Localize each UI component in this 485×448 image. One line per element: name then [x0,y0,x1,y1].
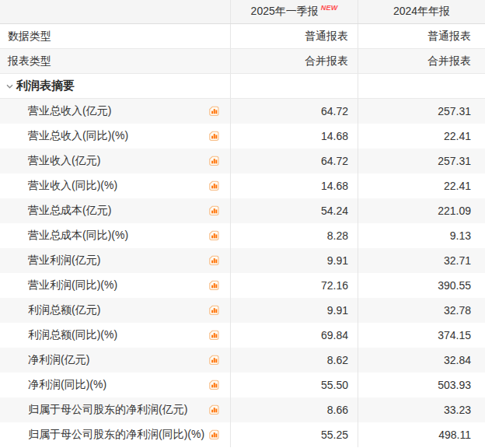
bar-chart-icon[interactable] [208,156,220,167]
report-type-row: 报表类型 合并报表 合并报表 [0,49,485,74]
table-header-row: 2025年一季报 NEW 2024年年报 [0,0,485,24]
data-type-label: 数据类型 [0,24,230,48]
table-row: 营业利润(同比)(%) 72.16 390.55 [0,273,485,298]
table-row: 归属于母公司股东的净利润(亿元) 8.66 33.23 [0,397,485,422]
metric-value-2025q1: 69.84 [230,323,358,348]
bar-chart-icon[interactable] [208,131,220,142]
metric-value-2025q1: 8.66 [230,397,358,422]
metric-value-2024y: 9.13 [358,223,485,248]
table-row: 营业总成本(同比)(%) 8.28 9.13 [0,223,485,248]
table-row: 归属于母公司股东的净利润(同比)(%) 55.25 498.11 [0,422,485,447]
table-row: 营业总成本(亿元) 54.24 221.09 [0,198,485,223]
header-empty-cell [0,0,230,23]
metric-label: 归属于母公司股东的净利润(亿元) [28,403,187,417]
metric-label: 营业利润(同比)(%) [28,278,117,292]
header-period-2025q1-label: 2025年一季报 [251,5,319,19]
bar-chart-icon[interactable] [208,380,220,391]
metric-value-2024y: 221.09 [358,198,485,223]
metric-value-2025q1: 55.50 [230,373,358,397]
metric-value-2025q1: 72.16 [230,273,358,298]
report-type-label: 报表类型 [0,49,230,73]
metric-value-2024y: 32.71 [358,248,485,273]
report-type-value-2024y: 合并报表 [358,49,485,73]
header-period-2025q1: 2025年一季报 NEW [230,0,358,23]
bar-chart-icon[interactable] [208,255,220,267]
metric-value-2024y: 33.23 [358,397,485,422]
metric-label: 营业总收入(亿元) [28,104,111,118]
metric-value-2024y: 390.55 [358,273,485,298]
metric-value-2025q1: 64.72 [230,99,358,124]
metric-label: 营业利润(亿元) [28,254,100,268]
data-type-value-2024y: 普通报表 [358,24,485,48]
metric-value-2024y: 257.31 [358,99,485,124]
metric-value-2024y: 22.41 [358,124,485,149]
table-row: 净利润(亿元) 8.62 32.84 [0,348,485,373]
bar-chart-icon[interactable] [208,230,220,242]
metric-value-2024y: 32.78 [358,298,485,323]
bar-chart-icon[interactable] [208,330,220,341]
table-row: 利润总额(亿元) 9.91 32.78 [0,298,485,323]
bar-chart-icon[interactable] [208,106,220,117]
data-type-row: 数据类型 普通报表 普通报表 [0,24,485,49]
table-row: 营业收入(同比)(%) 14.68 22.41 [0,173,485,198]
metric-label: 营业总成本(亿元) [28,204,111,218]
metric-label: 净利润(同比)(%) [28,378,106,392]
table-row: 营业总收入(亿元) 64.72 257.31 [0,99,485,124]
bar-chart-icon[interactable] [208,404,220,416]
header-period-2024y: 2024年年报 [358,0,485,23]
header-period-2024y-label: 2024年年报 [393,5,450,19]
section-toggle[interactable]: 利润表摘要 [0,74,230,98]
section-title: 利润表摘要 [16,79,75,93]
metric-value-2025q1: 64.72 [230,149,358,173]
metric-value-2024y: 22.41 [358,173,485,198]
metric-label: 营业收入(同比)(%) [28,179,117,193]
table-row: 营业总收入(同比)(%) 14.68 22.41 [0,124,485,149]
income-statement-section-row: 利润表摘要 [0,74,485,99]
bar-chart-icon[interactable] [208,429,220,441]
metric-label: 营业收入(亿元) [28,154,100,168]
metric-value-2024y: 498.11 [358,422,485,447]
metric-value-2024y: 257.31 [358,149,485,173]
bar-chart-icon[interactable] [208,205,220,217]
metric-value-2025q1: 14.68 [230,173,358,198]
metric-label: 营业总成本(同比)(%) [28,229,128,243]
table-row: 营业利润(亿元) 9.91 32.71 [0,248,485,273]
metric-value-2025q1: 55.25 [230,422,358,447]
bar-chart-icon[interactable] [208,280,220,292]
metric-value-2025q1: 9.91 [230,298,358,323]
metric-label: 利润总额(亿元) [28,303,100,317]
table-row: 利润总额(同比)(%) 69.84 374.15 [0,323,485,348]
bar-chart-icon[interactable] [208,180,220,192]
metric-value-2024y: 503.93 [358,373,485,397]
metric-value-2025q1: 8.28 [230,223,358,248]
metric-value-2025q1: 8.62 [230,348,358,373]
chevron-down-icon [6,84,13,89]
new-badge: NEW [321,4,338,12]
report-type-value-2025q1: 合并报表 [230,49,358,73]
table-row: 营业收入(亿元) 64.72 257.31 [0,149,485,173]
metric-label: 营业总收入(同比)(%) [28,129,128,143]
table-row: 净利润(同比)(%) 55.50 503.93 [0,373,485,397]
section-empty-cell [230,74,358,98]
metric-label: 利润总额(同比)(%) [28,328,117,342]
metric-label: 归属于母公司股东的净利润(同比)(%) [28,428,204,442]
metric-label: 净利润(亿元) [28,353,89,367]
metric-rows: 营业总收入(亿元) 64.72 257.31 营业总收入(同比)(%) 14.6… [0,99,485,447]
data-type-value-2025q1: 普通报表 [230,24,358,48]
metric-value-2025q1: 9.91 [230,248,358,273]
metric-value-2025q1: 14.68 [230,124,358,149]
section-empty-cell [358,74,485,98]
bar-chart-icon[interactable] [208,355,220,366]
metric-value-2024y: 32.84 [358,348,485,373]
financial-report-table: 2025年一季报 NEW 2024年年报 数据类型 普通报表 普通报表 报表类型… [0,0,485,448]
metric-value-2024y: 374.15 [358,323,485,348]
bar-chart-icon[interactable] [208,305,220,317]
metric-value-2025q1: 54.24 [230,198,358,223]
